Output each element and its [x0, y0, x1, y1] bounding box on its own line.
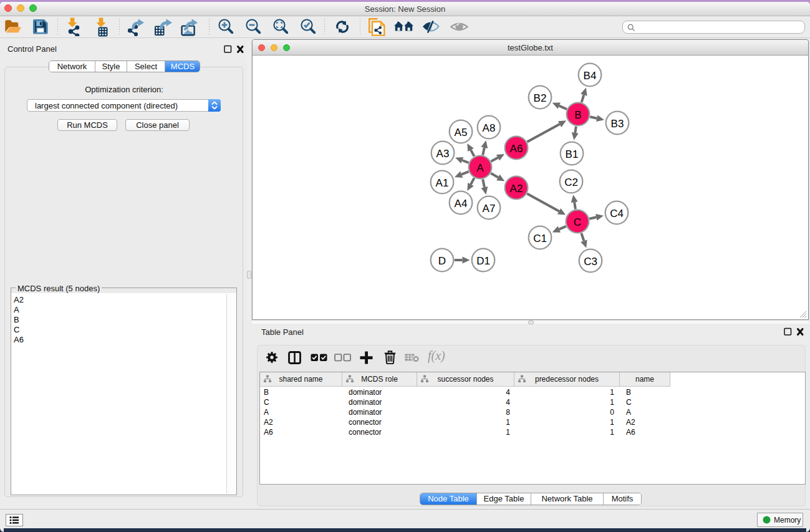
svg-text:A6: A6	[510, 143, 523, 155]
svg-text:D1: D1	[476, 255, 490, 267]
svg-text:B: B	[574, 109, 581, 121]
svg-text:C: C	[574, 216, 581, 228]
svg-text:D: D	[438, 255, 446, 267]
svg-text:B3: B3	[611, 118, 624, 130]
svg-text:C4: C4	[610, 208, 624, 220]
svg-text:C3: C3	[584, 256, 597, 268]
svg-text:A4: A4	[455, 198, 468, 210]
svg-text:A5: A5	[455, 127, 468, 138]
svg-text:B4: B4	[584, 70, 597, 82]
svg-text:A8: A8	[483, 122, 496, 134]
svg-text:A7: A7	[483, 203, 496, 215]
svg-text:A: A	[476, 162, 484, 174]
svg-text:B2: B2	[534, 92, 547, 104]
svg-text:B1: B1	[566, 148, 579, 160]
svg-text:A1: A1	[436, 177, 449, 189]
svg-text:C2: C2	[564, 177, 578, 188]
svg-text:C1: C1	[533, 233, 547, 244]
svg-text:A2: A2	[510, 183, 523, 195]
svg-text:A3: A3	[436, 148, 450, 160]
